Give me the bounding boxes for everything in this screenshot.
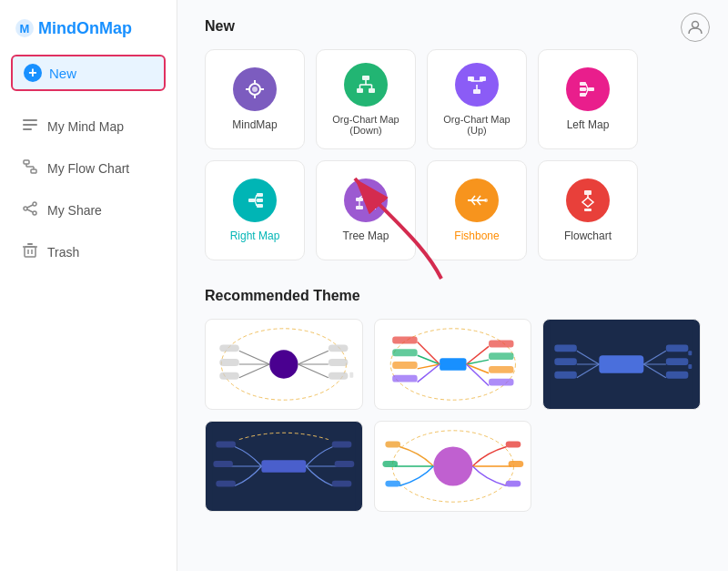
svg-rect-91 [329, 372, 349, 380]
new-section-title: New [205, 18, 701, 35]
theme-card-5[interactable] [374, 421, 532, 512]
recommended-section: Recommended Theme [205, 288, 701, 512]
svg-rect-58 [356, 198, 363, 201]
svg-rect-121 [555, 358, 578, 365]
svg-rect-124 [666, 358, 689, 365]
svg-point-10 [33, 202, 36, 206]
sidebar-item-my-flow-chart[interactable]: My Flow Chart [7, 149, 169, 188]
svg-rect-27 [362, 76, 369, 80]
svg-rect-2 [23, 119, 37, 121]
svg-rect-87 [219, 359, 239, 366]
svg-rect-127 [689, 364, 693, 369]
my-share-label: My Share [47, 203, 102, 218]
svg-rect-111 [489, 379, 513, 386]
svg-rect-95 [440, 358, 466, 371]
template-left-map[interactable]: Left Map [538, 49, 638, 149]
template-org-chart-down[interactable]: Org-Chart Map(Down) [316, 49, 416, 149]
theme-card-2[interactable] [374, 319, 532, 410]
trash-label: Trash [47, 245, 79, 260]
svg-rect-59 [369, 198, 376, 201]
svg-rect-134 [335, 461, 355, 467]
svg-rect-29 [369, 88, 375, 93]
svg-line-62 [359, 194, 366, 198]
right-map-label: Right Map [230, 229, 280, 242]
theme-card-3[interactable] [542, 319, 701, 410]
trash-icon [22, 242, 38, 262]
svg-rect-107 [392, 375, 417, 382]
svg-rect-53 [257, 204, 263, 208]
svg-rect-46 [580, 93, 586, 97]
svg-rect-113 [600, 355, 644, 373]
sidebar-item-my-share[interactable]: My Share [7, 191, 169, 229]
svg-rect-142 [505, 442, 521, 448]
svg-rect-15 [25, 247, 35, 257]
svg-rect-72 [584, 190, 592, 195]
svg-rect-104 [392, 337, 417, 344]
svg-rect-109 [489, 352, 513, 360]
my-mind-map-label: My Mind Map [47, 119, 124, 134]
tree-map-label: Tree Map [343, 229, 389, 242]
left-map-label: Left Map [567, 118, 610, 131]
left-map-icon [566, 67, 610, 111]
svg-point-12 [24, 207, 27, 210]
plus-icon: + [24, 64, 42, 82]
logo: M MindOnMap [0, 9, 177, 55]
svg-line-14 [27, 209, 33, 212]
new-label: New [49, 66, 76, 81]
svg-point-71 [484, 199, 488, 202]
new-button[interactable]: + New [11, 55, 166, 91]
templates-grid: MindMap Org-Chart Map(Down) Org-Chart Ma… [205, 49, 701, 260]
flowchart-label: Flowchart [564, 229, 612, 242]
svg-rect-92 [349, 372, 353, 378]
right-map-icon [233, 178, 277, 222]
logo-icon: M [15, 18, 35, 38]
svg-rect-52 [257, 199, 263, 202]
logo-text: MindOnMap [38, 19, 132, 38]
svg-rect-60 [356, 206, 363, 209]
svg-line-49 [586, 89, 588, 95]
svg-rect-28 [357, 88, 363, 93]
share-icon [22, 200, 38, 220]
svg-rect-131 [213, 461, 233, 467]
svg-rect-110 [489, 366, 513, 373]
svg-rect-45 [580, 87, 586, 91]
mindmap-icon [233, 67, 277, 111]
sidebar-item-trash[interactable]: Trash [7, 233, 169, 271]
my-flow-chart-label: My Flow Chart [47, 161, 129, 176]
svg-point-79 [269, 350, 298, 378]
sidebar-item-my-mind-map[interactable]: My Mind Map [7, 107, 169, 146]
svg-rect-106 [392, 362, 417, 369]
template-right-map[interactable]: Right Map [205, 160, 305, 260]
mind-map-icon [22, 117, 38, 137]
svg-rect-50 [248, 199, 255, 202]
template-flowchart[interactable]: Flowchart [538, 160, 638, 260]
svg-rect-133 [332, 442, 352, 448]
svg-line-47 [586, 84, 588, 89]
fishbone-icon [455, 178, 499, 222]
new-section: New MindMap Org-Chart Map(Down) [205, 18, 701, 260]
theme-card-1[interactable] [205, 319, 363, 410]
svg-rect-34 [473, 89, 480, 94]
svg-rect-141 [385, 481, 400, 487]
logo-map: Map [99, 19, 132, 37]
svg-rect-105 [392, 349, 417, 356]
template-mindmap[interactable]: MindMap [205, 49, 305, 149]
logo-on: On [76, 19, 99, 37]
template-org-chart-up[interactable]: Org-Chart Map(Up) [427, 49, 527, 149]
template-tree-map[interactable]: Tree Map [316, 160, 416, 260]
svg-rect-89 [329, 344, 349, 352]
theme-card-4[interactable] [205, 421, 363, 512]
svg-rect-88 [219, 372, 239, 380]
svg-rect-74 [584, 209, 592, 211]
svg-rect-108 [489, 341, 513, 348]
svg-point-26 [252, 87, 258, 92]
tree-map-icon [344, 178, 388, 222]
svg-rect-123 [666, 344, 689, 352]
svg-rect-126 [689, 351, 693, 355]
org-chart-up-label: Org-Chart Map(Up) [443, 114, 510, 136]
svg-rect-51 [257, 193, 263, 197]
logo-mind: Mind [38, 19, 76, 37]
svg-rect-4 [23, 128, 32, 130]
flowchart-icon [566, 178, 610, 222]
template-fishbone[interactable]: Fishbone [427, 160, 527, 260]
